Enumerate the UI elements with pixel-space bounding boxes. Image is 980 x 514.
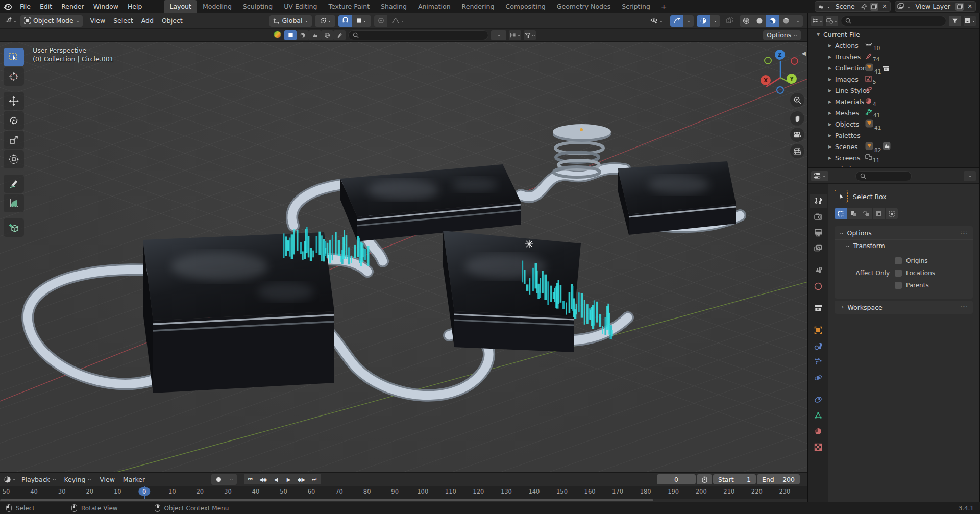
overlays-dropdown[interactable]: ⌄ — [710, 15, 720, 27]
properties-tab-material[interactable] — [810, 424, 827, 438]
proportional-falloff-dropdown[interactable]: ⌄ — [387, 15, 408, 27]
expand-arrow[interactable]: ▶ — [827, 144, 833, 149]
display-mode-1-button[interactable] — [284, 30, 297, 40]
use-preview-range-button[interactable] — [697, 474, 712, 484]
object-visibility-dropdown[interactable]: ⌄ — [646, 15, 667, 27]
auto-keying-button[interactable] — [211, 474, 226, 485]
outliner-row-current-file[interactable]: ▼Current File — [808, 29, 979, 40]
outliner-filter-dropdown[interactable]: ⌄ — [826, 16, 838, 26]
gizmo-x-axis[interactable]: X — [761, 75, 771, 85]
workspace-tab-geometry-nodes[interactable]: Geometry Nodes — [551, 0, 616, 13]
select-mode-intersect[interactable] — [886, 208, 898, 219]
expand-arrow[interactable]: ▶ — [827, 66, 833, 70]
outliner-row-scenes[interactable]: ▶Scenes82 — [808, 141, 979, 152]
prev-keyframe-button[interactable]: ◀◆ — [257, 474, 270, 484]
properties-editor-type-button[interactable]: ⌄ — [811, 171, 828, 181]
timeline-ruler[interactable]: -50-40-30-20-100102030405060708090100110… — [0, 486, 807, 499]
checkbox-parents[interactable] — [895, 282, 902, 289]
gizmo-minus-y-axis[interactable] — [764, 57, 772, 64]
timeline-menu-keying[interactable]: Keying⌄ — [60, 476, 95, 483]
viewport-options-dropdown[interactable]: Options ⌄ — [763, 30, 801, 40]
menu-window[interactable]: Window — [89, 0, 123, 13]
panel-grip[interactable]: ∷∷ — [961, 230, 968, 235]
viewport-menu-view[interactable]: View — [86, 17, 109, 25]
gizmo-z-axis[interactable]: Z — [775, 50, 785, 60]
scene-name[interactable]: Scene — [832, 3, 858, 10]
outliner-row-images[interactable]: ▶Images5 — [808, 74, 979, 85]
display-mode-4-button[interactable] — [321, 30, 333, 40]
properties-tab-output[interactable] — [810, 226, 827, 240]
show-gizmo-toggle[interactable] — [670, 15, 683, 27]
blender-logo-icon[interactable] — [0, 3, 15, 10]
ortho-grid-button[interactable] — [790, 144, 804, 158]
display-mode-2-button[interactable] — [297, 30, 309, 40]
checkbox-origins[interactable] — [895, 257, 902, 264]
outliner-row-collections[interactable]: ▶Collections41 — [808, 62, 979, 74]
viewport-menu-add[interactable]: Add — [137, 17, 158, 25]
workspace-tab-uv-editing[interactable]: UV Editing — [278, 0, 323, 13]
menu-render[interactable]: Render — [57, 0, 89, 13]
outliner-row-materials[interactable]: ▶Materials4 — [808, 96, 979, 107]
outliner-row-palettes[interactable]: ▶Palettes — [808, 130, 979, 141]
panel-grip[interactable]: ∷∷ — [961, 305, 968, 310]
pan-hand-button[interactable] — [790, 111, 804, 126]
tool-rotate[interactable] — [4, 111, 24, 130]
show-overlays-toggle[interactable] — [697, 15, 710, 27]
expand-arrow[interactable]: ▶ — [827, 122, 833, 127]
timeline-menu-marker[interactable]: Marker — [119, 476, 149, 483]
workspace-tab-compositing[interactable]: Compositing — [500, 0, 551, 13]
tool-measure[interactable] — [4, 194, 24, 212]
tool-transform[interactable] — [4, 150, 24, 168]
outliner-row-line-styles[interactable]: ▶Line Styles — [808, 85, 979, 96]
expand-arrow[interactable]: ▶ — [827, 156, 833, 160]
checkbox-locations[interactable] — [895, 270, 902, 277]
frame-end-field[interactable]: End200 — [757, 474, 800, 484]
xray-toggle[interactable] — [723, 15, 737, 27]
remove-view-layer-button[interactable]: ✕ — [966, 3, 974, 11]
outliner-display-mode-dropdown[interactable]: ⌄ — [811, 16, 823, 26]
filter-funnel-button[interactable]: ⌄ — [524, 30, 536, 40]
outliner-row-screens[interactable]: ▶Screens11 — [808, 152, 979, 163]
viewport-canvas[interactable]: User Perspective (0) Collection | Circle… — [0, 42, 807, 472]
properties-tab-modifiers[interactable] — [810, 339, 827, 353]
workspace-tab-shading[interactable]: Shading — [375, 0, 412, 13]
platform-top-middle[interactable] — [340, 164, 521, 241]
zoom-button[interactable] — [790, 93, 804, 107]
outliner-row-window-managers[interactable]: ▶Window Managers — [808, 163, 979, 168]
display-mode-3-button[interactable] — [309, 30, 321, 40]
new-scene-button[interactable] — [870, 3, 878, 11]
workspace-tab-rendering[interactable]: Rendering — [456, 0, 500, 13]
platform-right[interactable] — [618, 161, 736, 235]
tool-scale[interactable] — [4, 131, 24, 149]
outliner-row-actions[interactable]: ▶Actions10 — [808, 40, 979, 51]
tool-select-box[interactable] — [4, 48, 24, 66]
outliner-collection-dropdown[interactable]: ⌄ — [964, 16, 976, 26]
sidebar-collapse-arrow[interactable]: ◀ — [802, 50, 806, 57]
view-layer-name[interactable]: View Layer — [913, 3, 954, 10]
expand-arrow[interactable]: ▶ — [827, 55, 833, 59]
expand-arrow[interactable]: ▶ — [827, 43, 833, 48]
expand-arrow[interactable]: ▶ — [827, 111, 833, 115]
current-frame-field[interactable]: 0 — [657, 474, 696, 484]
tool-cursor[interactable] — [4, 67, 24, 86]
outliner-search-input[interactable] — [841, 16, 946, 26]
gizmo-y-axis[interactable]: Y — [787, 74, 797, 84]
tool-move[interactable] — [4, 92, 24, 110]
outliner-row-brushes[interactable]: ▶Brushes74 — [808, 51, 979, 62]
snap-to-dropdown[interactable]: ⌄ — [352, 15, 371, 27]
outliner-row-meshes[interactable]: ▶Meshes41 — [808, 107, 979, 118]
workspace-tab-sculpting[interactable]: Sculpting — [237, 0, 278, 13]
workspace-tab-modeling[interactable]: Modeling — [197, 0, 237, 13]
expand-arrow[interactable]: ▶ — [827, 100, 833, 104]
shading-wireframe-button[interactable] — [740, 15, 753, 27]
play-button[interactable]: ▶ — [282, 474, 295, 484]
auto-keying-dropdown[interactable]: ⌄ — [226, 474, 237, 485]
jump-to-start-button[interactable]: ⏮ — [244, 474, 257, 484]
properties-tab-object-data[interactable] — [810, 408, 827, 423]
tool-annotate[interactable] — [4, 175, 24, 193]
timeline-menu-view[interactable]: View — [95, 476, 119, 483]
proportional-edit-toggle[interactable] — [374, 15, 387, 27]
new-view-layer-button[interactable] — [955, 3, 964, 11]
properties-tab-scene[interactable] — [810, 263, 827, 278]
editor-type-button[interactable]: ⌄ — [4, 15, 17, 27]
